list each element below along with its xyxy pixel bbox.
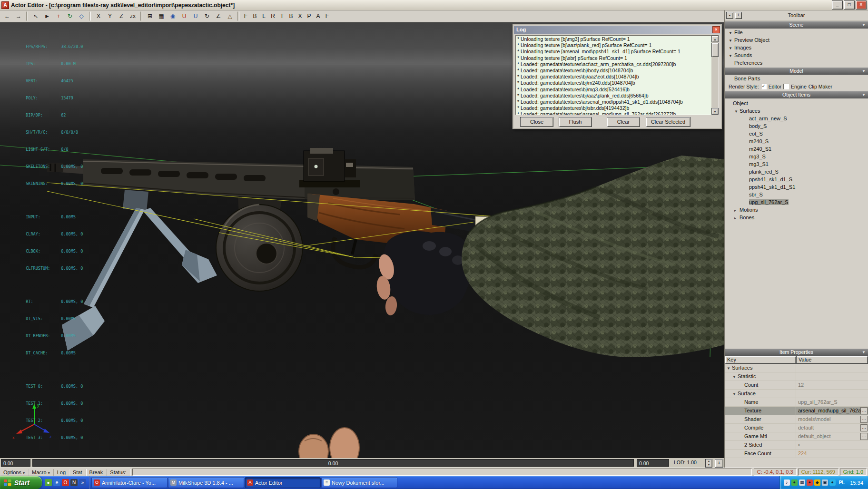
toolbar-icon[interactable]: ∠ [213,11,224,21]
log-window[interactable]: Log × * Unloading texture [bj\mg3] pSurf… [513,24,722,129]
spinner-up-icon[interactable]: ▴ [706,460,712,463]
toolbar-icon[interactable]: ↻ [65,11,75,21]
scene-item[interactable]: ▼File [725,29,868,36]
property-row[interactable]: Face Count 224 [725,450,868,458]
spinner-down-icon[interactable]: ▾ [706,463,712,467]
log-toggle[interactable]: Log [54,469,69,476]
tree-item[interactable]: upg_sil_762ar_S [725,198,868,206]
property-row[interactable]: Texture arsenal_mod\upg_sil_762ar … [725,407,868,415]
toolbar-letter-button[interactable]: R [269,12,277,21]
tree-item[interactable]: body_S [725,122,868,130]
toolbar-icon[interactable]: ◉ [168,11,178,21]
scene-item[interactable]: ▼Preview Object [725,36,868,44]
log-scrollbar[interactable]: ▲ ▼ [711,36,719,115]
log-entry[interactable]: * Loaded: gamedata\textures\arsenal_mod\… [517,99,719,105]
property-row[interactable]: ▼Statistic [725,372,868,381]
tray-icon[interactable]: ● [791,479,798,486]
taskbar-task-button[interactable]: O Annihilator-Clare - Yo... [92,478,167,488]
bone-parts-item[interactable]: Bone Parts [725,75,868,82]
log-message-list[interactable]: * Unloading texture [bj\mg3] pSurface Re… [515,35,719,115]
section-header-scene[interactable]: Scene ▼ [725,21,868,29]
ellipsis-button[interactable]: … [860,416,868,423]
log-clear-button[interactable]: Clear [607,117,640,127]
property-row[interactable]: ▼Surface [725,390,868,398]
log-entry[interactable]: * Unloading texture [bj\sbr] pSurface Re… [517,55,719,61]
value-field-left[interactable]: 0.00 [1,459,30,467]
tree-item[interactable]: m240_S [725,137,868,145]
property-value[interactable]: default_object … [796,432,868,440]
scroll-up-icon[interactable]: ▲ [711,36,719,42]
value-field-right[interactable]: 0.00 [637,459,669,467]
toolbar-icon[interactable]: U [179,11,189,21]
lod-spinner[interactable]: ▴ ▾ [705,459,712,468]
log-window-title-bar[interactable]: Log [514,26,720,34]
section-header-object-items[interactable]: Object Items ▼ [725,91,868,98]
ellipsis-button[interactable]: … [860,407,868,414]
editor-checkbox-label[interactable]: Editor [769,84,781,89]
tree-item[interactable]: sbr_S [725,191,868,198]
toolbar-icon[interactable]: zx [128,11,138,21]
tray-icon[interactable]: ◆ [814,479,820,486]
lod-value[interactable]: 1.00 [687,460,696,465]
tray-icon[interactable]: ▣ [822,479,828,486]
tray-icon[interactable]: ▦ [799,479,805,486]
log-entry[interactable]: * Loaded: gamedata\textures\act\act_arm_… [517,61,719,68]
close-button[interactable]: × [856,0,867,10]
break-toggle[interactable]: Break [86,469,107,476]
toolbar-letter-button[interactable]: F [323,12,331,21]
key-column-header[interactable]: Key [725,356,796,364]
log-entry[interactable]: * Loaded: gamedata\textures\bj\mg3.dds[5… [517,87,719,93]
property-row[interactable]: ▼Surfaces [725,364,868,372]
engine-checkbox-label[interactable]: Engine [791,84,807,89]
toolbar-icon[interactable]: ▦ [156,11,167,21]
toolbar-icon[interactable]: ↻ [202,11,212,21]
toolbar-icon[interactable]: Z [116,11,127,21]
property-value[interactable]: • [796,441,868,449]
language-indicator[interactable]: PL [838,480,847,485]
toolbar-letter-button[interactable]: L [260,12,268,21]
toolbar-icon[interactable]: ► [42,11,52,21]
editor-checkbox[interactable]: ✓ [761,84,767,89]
toolbar-icon[interactable]: ← [2,11,12,21]
scroll-down-icon[interactable]: ▼ [711,108,719,115]
tree-item[interactable]: ▼Surfaces [725,107,868,115]
toolbar-letter-button[interactable]: F [242,12,250,21]
log-entry[interactable]: * Loaded: gamedata\textures\bj\aaz\eot.d… [517,74,719,80]
taskbar-task-button[interactable]: A Actor Editor [245,478,320,488]
toolbar-icon[interactable]: X [93,11,104,21]
tree-item[interactable]: ppsh41_sk1_d1_S [725,176,868,183]
property-value[interactable]: 224 [796,450,868,458]
scrollbar-thumb[interactable] [711,43,719,57]
toolbar-icon[interactable]: ↖ [30,11,41,21]
log-flush-button[interactable]: Flush [559,117,592,127]
property-value[interactable] [796,364,868,372]
engine-checkbox[interactable] [783,84,789,89]
toolbar-icon[interactable]: ⊞ [145,11,155,21]
tray-icon[interactable]: ♪ [784,479,790,486]
tree-item[interactable]: m240_S1 [725,145,868,153]
property-value[interactable]: models\model … [796,415,868,423]
quick-launch-icon[interactable]: » [79,479,86,486]
property-value[interactable]: upg_sil_762ar_S [796,398,868,406]
start-button[interactable]: Start [0,476,42,489]
toolbar-icon[interactable]: ◇ [76,11,87,21]
property-value[interactable] [796,390,868,398]
restore-button[interactable]: □ [844,0,855,10]
title-bar[interactable]: A Actor Editor - [c:\program files\x-ray… [0,0,868,10]
toolbar-icon[interactable] [89,11,91,21]
property-row[interactable]: Compile default … [725,424,868,432]
quick-launch-icon[interactable]: ● [45,479,52,486]
toolbar-icon[interactable]: → [13,11,24,21]
log-entry[interactable]: * Loaded: gamedata\textures\arsenal_mod\… [517,111,719,115]
clip-maker-button[interactable]: Clip Maker [809,84,832,89]
property-row[interactable]: 2 Sided • [725,441,868,450]
log-entry[interactable]: * Loaded: gamedata\textures\bj\body.dds[… [517,68,719,74]
log-entry[interactable]: * Unloading texture [bj\mg3] pSurface Re… [517,36,719,42]
scene-item[interactable]: ▼Images [725,44,868,51]
ellipsis-button[interactable]: … [860,424,868,431]
toolbar-letter-button[interactable]: P [305,12,313,21]
minimize-button[interactable]: _ [832,0,843,10]
tray-icon[interactable]: ● [829,479,836,486]
log-close-button[interactable]: Close [520,117,553,127]
macro-menu[interactable]: Macro ▾ [29,469,54,476]
